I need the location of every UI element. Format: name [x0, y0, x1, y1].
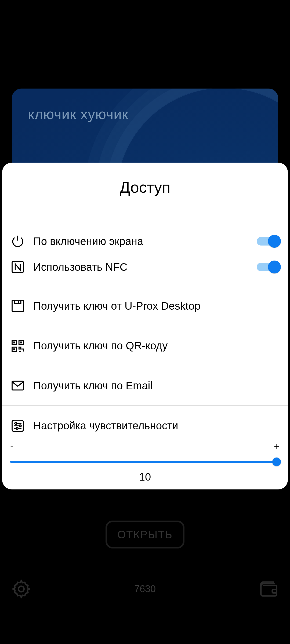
row-label: Получить ключ по Email — [33, 380, 280, 392]
row-label: Настройка чувствительности — [33, 420, 280, 432]
open-button[interactable]: ОТКРЫТЬ — [106, 521, 184, 548]
screen: ключик хуючик Доступ По включению экрана — [0, 0, 290, 644]
row-key-qr[interactable]: Получить ключ по QR-коду — [2, 326, 288, 366]
svg-point-11 — [15, 422, 17, 424]
svg-rect-6 — [20, 341, 22, 343]
save-icon — [10, 298, 25, 313]
key-card-title: ключик хуючик — [28, 106, 262, 122]
row-sensitivity: Настройка чувствительности — [2, 411, 288, 441]
svg-rect-8 — [13, 348, 15, 350]
toggle-screen-on[interactable] — [257, 235, 280, 248]
open-button-label: ОТКРЫТЬ — [117, 529, 173, 541]
svg-rect-15 — [272, 590, 277, 593]
slider-thumb[interactable] — [272, 458, 281, 466]
row-label: Получить ключ по QR-коду — [33, 340, 280, 352]
svg-point-13 — [16, 427, 18, 429]
bottom-id: 7630 — [134, 583, 156, 595]
sensitivity-slider-area: - + 10 — [2, 441, 288, 489]
row-key-desktop[interactable]: Получить ключ от U-Prox Desktop — [2, 286, 288, 326]
wallet-icon[interactable] — [258, 579, 279, 599]
sliders-icon — [10, 418, 25, 433]
slider-value: 10 — [10, 471, 280, 483]
power-icon — [10, 234, 25, 249]
bottom-bar: 7630 — [0, 577, 290, 601]
row-label: По включению экрана — [33, 235, 257, 247]
row-nfc[interactable]: Использовать NFC — [2, 254, 288, 280]
access-sheet: Доступ По включению экрана Использовать … — [2, 163, 288, 489]
mail-icon — [10, 378, 25, 393]
row-screen-on[interactable]: По включению экрана — [2, 228, 288, 254]
svg-point-12 — [19, 425, 21, 427]
sheet-title: Доступ — [2, 178, 288, 196]
sensitivity-slider[interactable] — [10, 457, 280, 466]
row-label: Использовать NFC — [33, 261, 257, 273]
row-label: Получить ключ от U-Prox Desktop — [33, 300, 280, 312]
svg-rect-2 — [18, 301, 19, 303]
settings-icon[interactable] — [11, 579, 32, 599]
slider-minus[interactable]: - — [10, 441, 14, 452]
svg-point-14 — [19, 586, 24, 592]
toggle-nfc[interactable] — [257, 261, 280, 273]
slider-plus[interactable]: + — [274, 441, 280, 452]
qr-icon — [10, 338, 25, 353]
row-key-email[interactable]: Получить ключ по Email — [2, 366, 288, 405]
divider — [2, 405, 288, 406]
svg-rect-4 — [13, 341, 15, 343]
nfc-icon — [10, 259, 25, 275]
